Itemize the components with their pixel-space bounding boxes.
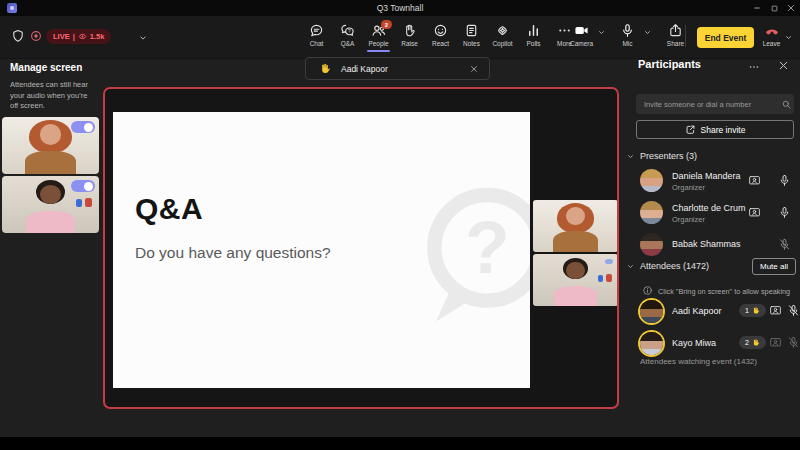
share-screen-icon — [668, 23, 683, 38]
notes-button[interactable]: Notes — [456, 23, 487, 47]
presenters-header[interactable]: Presenters (3) — [640, 151, 697, 161]
raised-hand-icon — [318, 62, 331, 75]
device-buttons: Camera Mic Share — [566, 23, 691, 47]
teams-window: Q3 Townhall LIVE | 1.5k Chat Q&A — [0, 0, 800, 450]
bring-on-screen-icon[interactable] — [769, 336, 782, 349]
shared-screen-stage: Q&A Do you have any questions? ? — [103, 87, 619, 409]
chat-button[interactable]: Chat — [301, 23, 332, 47]
polls-icon — [526, 23, 541, 38]
share-invite-button[interactable]: Share invite — [636, 120, 794, 139]
camera-icon — [574, 23, 589, 38]
recording-indicator-icon — [29, 29, 43, 43]
chevron-down-icon[interactable] — [138, 33, 148, 43]
raised-hand-name: Aadi Kapoor — [341, 64, 388, 74]
question-bubble-watermark: ? — [404, 174, 530, 344]
stage-video-tile-1[interactable] — [533, 200, 618, 252]
avatar — [640, 201, 663, 224]
polls-button[interactable]: Polls — [518, 23, 549, 47]
share-invite-icon — [685, 124, 696, 135]
search-icon — [781, 99, 792, 110]
toolbar-center-buttons: Chat Q&A People 2 Raise React — [301, 23, 580, 47]
chevron-down-icon[interactable] — [784, 33, 793, 42]
dismiss-banner-button[interactable] — [469, 64, 479, 74]
bottom-letterbox — [0, 437, 800, 450]
bring-on-screen-icon[interactable] — [769, 304, 782, 317]
title-bar: Q3 Townhall — [0, 0, 800, 16]
copilot-icon — [495, 23, 510, 38]
close-panel-button[interactable] — [777, 59, 790, 72]
manage-screen-title: Manage screen — [10, 62, 82, 73]
toolbar-divider — [685, 25, 686, 47]
meeting-toolbar: LIVE | 1.5k Chat Q&A People 2 R — [0, 16, 800, 59]
chevron-down-icon[interactable] — [643, 28, 652, 37]
presenter-video-tile-1[interactable] — [2, 117, 99, 174]
notes-icon — [464, 23, 479, 38]
panel-more-button[interactable] — [748, 61, 760, 73]
qna-button[interactable]: Q&A — [332, 23, 363, 47]
stage-video-tile-2[interactable] — [533, 254, 618, 306]
chevron-down-icon[interactable] — [626, 262, 635, 271]
camera-button[interactable]: Camera — [566, 23, 597, 47]
participants-title: Participants — [638, 58, 701, 70]
react-smiley-icon — [433, 23, 448, 38]
close-window-button[interactable] — [784, 2, 798, 14]
mic-off-icon[interactable] — [778, 238, 791, 251]
maximize-button[interactable] — [767, 2, 781, 14]
info-icon — [642, 285, 653, 296]
share-button[interactable]: Share — [660, 23, 691, 47]
invite-input[interactable] — [636, 94, 794, 114]
slide-title: Q&A — [135, 192, 203, 226]
chevron-down-icon[interactable] — [626, 152, 635, 161]
live-label: LIVE — [53, 32, 70, 41]
mic-off-icon[interactable] — [787, 336, 800, 349]
end-event-button[interactable]: End Event — [697, 27, 754, 48]
bring-on-screen-icon[interactable] — [748, 206, 761, 219]
mic-icon[interactable] — [778, 174, 791, 187]
avatar — [640, 332, 663, 355]
bring-on-screen-icon[interactable] — [748, 174, 761, 187]
people-button[interactable]: People 2 — [363, 23, 394, 47]
mic-off-icon[interactable] — [787, 304, 800, 317]
attendees-header[interactable]: Attendees (1472) — [640, 261, 709, 271]
bring-on-screen-hint: Click "Bring on screen" to allow speakin… — [658, 287, 790, 296]
live-separator: | — [73, 32, 75, 41]
window-title: Q3 Townhall — [0, 3, 800, 13]
copilot-button[interactable]: Copilot — [487, 23, 518, 47]
viewers-eye-icon — [78, 32, 87, 41]
presenter-video-charlotte — [533, 254, 618, 306]
raise-hand-button[interactable]: Raise — [394, 23, 425, 47]
raised-hand-icon — [751, 338, 760, 347]
avatar — [640, 300, 663, 323]
viewer-count: 1.5k — [90, 32, 105, 41]
avatar — [640, 233, 663, 256]
attendees-watching-count: Attendees watching event (1432) — [640, 357, 757, 366]
raised-hand-order-badge: 1 — [739, 304, 766, 317]
raised-hand-order-badge: 2 — [739, 336, 766, 349]
raise-hand-icon — [402, 23, 417, 38]
presenter-video-tile-2[interactable] — [2, 176, 99, 233]
presentation-slide: Q&A Do you have any questions? ? — [113, 112, 530, 388]
avatar — [640, 169, 663, 192]
mic-button[interactable]: Mic — [612, 23, 643, 47]
mute-all-button[interactable]: Mute all — [752, 258, 796, 275]
leave-button[interactable]: Leave — [756, 23, 787, 47]
svg-text:?: ? — [465, 206, 510, 289]
raised-hand-banner: Aadi Kapoor — [305, 57, 490, 80]
raised-hand-icon — [751, 306, 760, 315]
on-screen-toggle[interactable] — [71, 180, 95, 192]
people-badge: 2 — [381, 20, 392, 29]
live-badge: LIVE | 1.5k — [46, 29, 111, 44]
presenter-video-daniela — [533, 200, 618, 252]
chevron-down-icon[interactable] — [597, 28, 606, 37]
react-button[interactable]: React — [425, 23, 456, 47]
mic-icon — [620, 23, 635, 38]
chat-icon — [309, 23, 324, 38]
minimize-button[interactable] — [750, 2, 764, 14]
security-shield-icon[interactable] — [11, 29, 25, 43]
manage-screen-description: Attendees can still hear your audio when… — [10, 80, 94, 112]
active-tab-indicator — [367, 50, 390, 52]
leave-phone-icon — [764, 23, 780, 38]
slide-subtitle: Do you have any questions? — [135, 244, 331, 262]
mic-icon[interactable] — [778, 206, 791, 219]
on-screen-toggle[interactable] — [71, 121, 95, 133]
